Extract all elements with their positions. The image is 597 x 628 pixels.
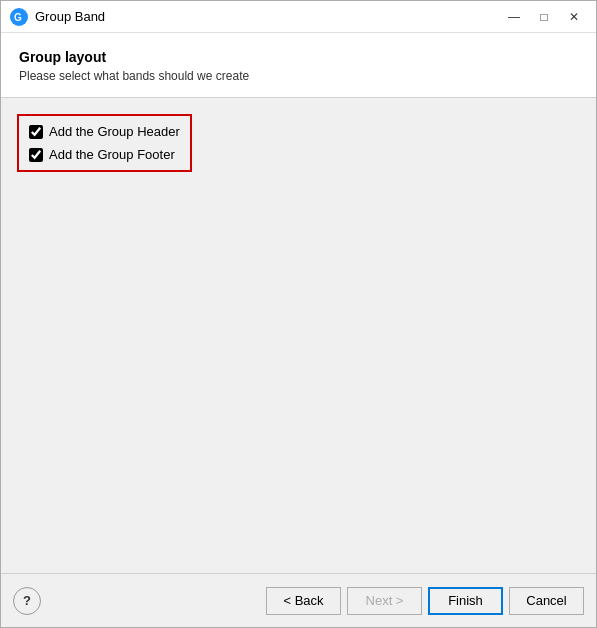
next-button[interactable]: Next > bbox=[347, 587, 422, 615]
checkbox-footer[interactable] bbox=[29, 148, 43, 162]
window-title: Group Band bbox=[35, 9, 500, 24]
section-title: Group layout bbox=[19, 49, 578, 65]
title-bar-controls: — □ ✕ bbox=[500, 6, 588, 28]
main-content: Add the Group Header Add the Group Foote… bbox=[1, 98, 596, 573]
checkbox-header-item[interactable]: Add the Group Header bbox=[29, 124, 180, 139]
title-bar: G Group Band — □ ✕ bbox=[1, 1, 596, 33]
app-icon: G bbox=[9, 7, 29, 27]
header-section: Group layout Please select what bands sh… bbox=[1, 33, 596, 98]
checkbox-footer-item[interactable]: Add the Group Footer bbox=[29, 147, 180, 162]
cancel-button[interactable]: Cancel bbox=[509, 587, 584, 615]
back-button[interactable]: < Back bbox=[266, 587, 341, 615]
section-subtitle: Please select what bands should we creat… bbox=[19, 69, 578, 83]
checkbox-header-label: Add the Group Header bbox=[49, 124, 180, 139]
finish-button[interactable]: Finish bbox=[428, 587, 503, 615]
content-area: Group layout Please select what bands sh… bbox=[1, 33, 596, 573]
window: G Group Band — □ ✕ Group layout Please s… bbox=[0, 0, 597, 628]
svg-text:G: G bbox=[14, 12, 22, 23]
minimize-button[interactable]: — bbox=[500, 6, 528, 28]
checkbox-group: Add the Group Header Add the Group Foote… bbox=[17, 114, 192, 172]
footer-buttons: < Back Next > Finish Cancel bbox=[266, 587, 584, 615]
checkbox-header[interactable] bbox=[29, 125, 43, 139]
close-button[interactable]: ✕ bbox=[560, 6, 588, 28]
maximize-button[interactable]: □ bbox=[530, 6, 558, 28]
footer: ? < Back Next > Finish Cancel bbox=[1, 573, 596, 627]
checkbox-footer-label: Add the Group Footer bbox=[49, 147, 175, 162]
help-button[interactable]: ? bbox=[13, 587, 41, 615]
